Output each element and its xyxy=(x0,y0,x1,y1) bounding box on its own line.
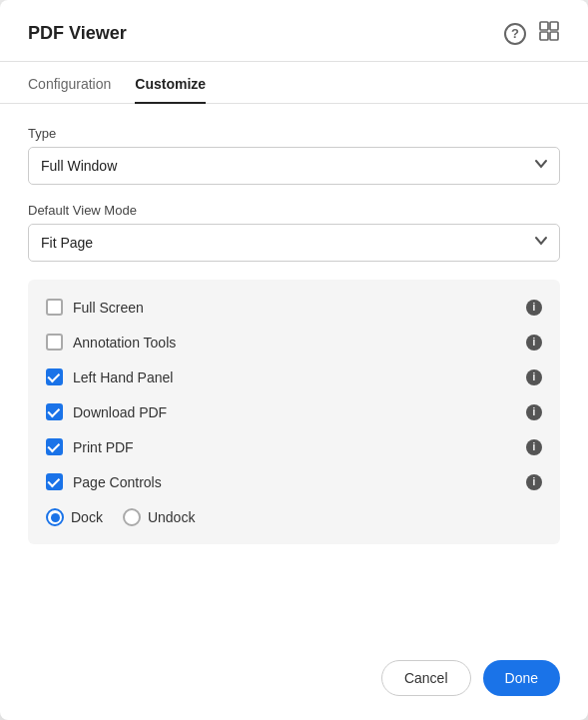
pdf-viewer-dialog: PDF Viewer ? Configuration Customize xyxy=(0,0,588,720)
left-hand-panel-label: Left Hand Panel xyxy=(73,369,516,385)
dock-radio-option[interactable]: Dock xyxy=(46,508,103,526)
full-screen-checkbox[interactable] xyxy=(46,299,63,316)
undock-label: Undock xyxy=(148,509,195,525)
dock-undock-row: Dock Undock xyxy=(46,499,542,530)
option-row-left-hand-panel: Left Hand Panel i xyxy=(46,360,542,394)
option-row-annotation-tools: Annotation Tools i xyxy=(46,325,542,360)
option-row-print-pdf: Print PDF i xyxy=(46,429,542,464)
dialog-title: PDF Viewer xyxy=(28,23,127,44)
type-label: Type xyxy=(28,126,560,141)
dialog-header: PDF Viewer ? xyxy=(0,0,588,62)
view-mode-select[interactable]: Fit Page Fit Width Actual Size xyxy=(28,224,560,262)
options-panel: Full Screen i Annotation Tools i Left Ha… xyxy=(28,280,560,544)
dialog-body: Type Full Window Sized Container Inline … xyxy=(0,104,588,638)
undock-radio-circle[interactable] xyxy=(123,508,141,526)
svg-rect-3 xyxy=(550,32,558,40)
type-select[interactable]: Full Window Sized Container Inline xyxy=(28,147,560,185)
page-controls-label: Page Controls xyxy=(73,474,516,490)
download-pdf-label: Download PDF xyxy=(73,404,516,420)
page-controls-checkbox[interactable] xyxy=(46,473,63,490)
dock-label: Dock xyxy=(71,509,103,525)
svg-rect-2 xyxy=(540,32,548,40)
dock-radio-circle[interactable] xyxy=(46,508,64,526)
full-screen-label: Full Screen xyxy=(73,300,516,316)
done-button[interactable]: Done xyxy=(483,660,560,696)
undock-radio-option[interactable]: Undock xyxy=(123,508,195,526)
option-row-page-controls: Page Controls i xyxy=(46,464,542,499)
left-hand-panel-info-icon[interactable]: i xyxy=(526,369,542,385)
expand-icon[interactable] xyxy=(538,20,560,47)
cancel-button[interactable]: Cancel xyxy=(381,660,471,696)
left-hand-panel-checkbox[interactable] xyxy=(46,368,63,385)
view-mode-select-wrapper: Fit Page Fit Width Actual Size xyxy=(28,224,560,262)
tab-bar: Configuration Customize xyxy=(0,62,588,104)
option-row-download-pdf: Download PDF i xyxy=(46,394,542,429)
full-screen-info-icon[interactable]: i xyxy=(526,300,542,316)
print-pdf-label: Print PDF xyxy=(73,439,516,455)
svg-rect-0 xyxy=(540,22,548,30)
tab-configuration[interactable]: Configuration xyxy=(28,62,111,104)
tab-customize[interactable]: Customize xyxy=(135,62,206,104)
page-controls-info-icon[interactable]: i xyxy=(526,474,542,490)
help-icon[interactable]: ? xyxy=(504,23,526,45)
type-select-wrapper: Full Window Sized Container Inline xyxy=(28,147,560,185)
dialog-footer: Cancel Done xyxy=(0,638,588,720)
annotation-tools-checkbox[interactable] xyxy=(46,334,63,351)
print-pdf-info-icon[interactable]: i xyxy=(526,439,542,455)
download-pdf-checkbox[interactable] xyxy=(46,403,63,420)
svg-rect-1 xyxy=(550,22,558,30)
option-row-full-screen: Full Screen i xyxy=(46,290,542,325)
annotation-tools-label: Annotation Tools xyxy=(73,335,516,351)
view-mode-label: Default View Mode xyxy=(28,203,560,218)
download-pdf-info-icon[interactable]: i xyxy=(526,404,542,420)
header-icons: ? xyxy=(504,20,560,47)
print-pdf-checkbox[interactable] xyxy=(46,438,63,455)
annotation-tools-info-icon[interactable]: i xyxy=(526,335,542,351)
